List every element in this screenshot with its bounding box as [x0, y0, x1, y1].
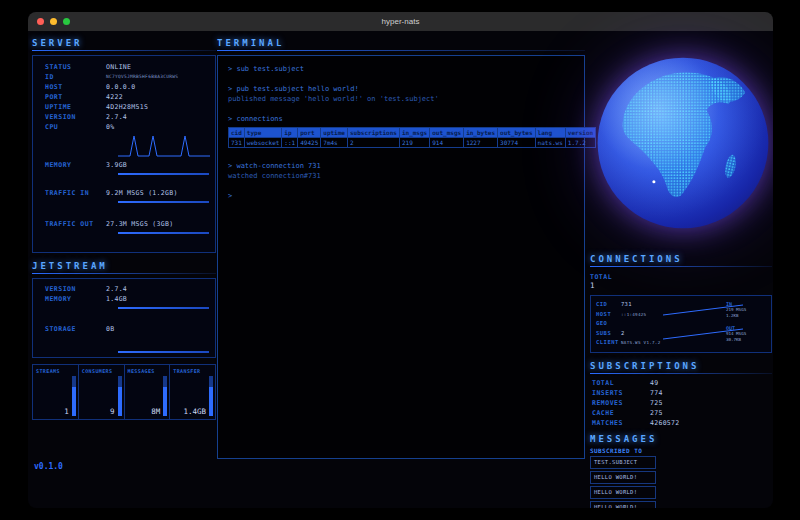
status-value: ONLINE: [106, 62, 131, 72]
subs-total-label: TOTAL: [590, 378, 650, 388]
messages-label: MESSAGES: [125, 365, 170, 374]
messages-gauge: [163, 376, 167, 416]
js-memory-label: MEMORY: [33, 294, 106, 304]
terminal-line: > sub test.subject: [228, 64, 574, 74]
client-label: CLIENT: [591, 338, 621, 348]
js-version-row: VERSION 2.7.4: [33, 284, 215, 294]
cell-in-bytes: 1227: [464, 138, 498, 148]
traffic-in-label: TRAFFIC IN: [33, 188, 106, 198]
traffic-in-row: TRAFFIC IN 9.2M MSGS (1.2GB): [33, 188, 215, 198]
subs-value: 2: [621, 329, 625, 339]
js-version-value: 2.7.4: [106, 284, 127, 294]
subs-label: SUBS: [591, 329, 621, 339]
col-port: port: [298, 128, 321, 138]
col-in-bytes: in_bytes: [464, 128, 498, 138]
server-cpu-row: CPU 0%: [33, 122, 215, 132]
terminal-prompt[interactable]: >: [228, 191, 574, 201]
js-version-label: VERSION: [33, 284, 106, 294]
cell-type: websocket: [244, 138, 282, 148]
cell-out-msgs: 914: [430, 138, 464, 148]
globe-icon: [586, 46, 773, 240]
port-label: PORT: [33, 92, 106, 102]
streams-value: 1: [64, 407, 69, 416]
server-id-row: ID NC7YQV5JMRB5HF6B8A3CURWS: [33, 72, 215, 82]
table-row: 731 websocket ::1 49425 7m4s 2 219 914 1…: [229, 138, 596, 148]
messages-value: 8M: [151, 407, 160, 416]
transfer-value: 1.4GB: [183, 407, 206, 416]
memory-value: 3.9GB: [106, 160, 127, 170]
connection-marker: [652, 180, 655, 183]
cell-in-msgs: 219: [399, 138, 429, 148]
server-memory-row: MEMORY 3.9GB: [33, 160, 215, 170]
version-value: 2.7.4: [106, 112, 127, 122]
terminal-console[interactable]: > sub test.subject > pub test.subject he…: [217, 55, 585, 459]
subs-matches-row: MATCHES 4260572: [590, 418, 772, 428]
js-storage-bar: [118, 351, 209, 353]
jetstream-stats-panel: STREAMS 1 CONSUMERS 9 MESSAGES 8M TRANSF…: [32, 364, 216, 420]
cell-ip: ::1: [282, 138, 298, 148]
terminal-line: > pub test.subject hello world!: [228, 84, 574, 94]
subs-total-value: 49: [650, 378, 658, 388]
right-sidebar: CONNECTIONS TOTAL 1 CID 731 HOST ::1:494…: [590, 254, 772, 508]
removes-label: REMOVES: [590, 398, 650, 408]
col-lang: lang: [535, 128, 565, 138]
cid-label: CID: [591, 300, 621, 310]
card-host-value: ::1:49425: [621, 310, 646, 320]
js-memory-row: MEMORY 1.4GB: [33, 294, 215, 304]
geo-label: GEO: [591, 319, 621, 329]
client-value: NATS.WS V1.7.2: [621, 338, 661, 348]
cell-uptime: 7m4s: [321, 138, 348, 148]
cache-value: 275: [650, 408, 663, 418]
col-type: type: [244, 128, 282, 138]
in-stats: IN 219 MSGS 1.2KB: [726, 301, 768, 318]
col-ip: ip: [282, 128, 298, 138]
consumers-gauge: [118, 376, 122, 416]
host-label: HOST: [33, 82, 106, 92]
js-memory-value: 1.4GB: [106, 294, 127, 304]
cpu-label: CPU: [33, 122, 106, 132]
stat-consumers: CONSUMERS 9: [78, 365, 124, 419]
titlebar: hyper-nats: [28, 12, 773, 31]
traffic-out-label: TRAFFIC OUT: [33, 219, 106, 229]
col-out-bytes: out_bytes: [498, 128, 536, 138]
matches-value: 4260572: [650, 418, 680, 428]
cell-lang: nats.ws: [535, 138, 565, 148]
id-label: ID: [33, 72, 106, 82]
cell-subscriptions: 2: [347, 138, 399, 148]
server-status-row: STATUS ONLINE: [33, 62, 215, 72]
stat-transfer: TRANSFER 1.4GB: [169, 365, 215, 419]
col-uptime: uptime: [321, 128, 348, 138]
connections-table: cid type ip port uptime subscriptions in…: [228, 127, 596, 148]
subscribed-to-label: SUBSCRIBED TO: [590, 447, 772, 454]
terminal-line: published message 'hello world!' on 'tes…: [228, 94, 574, 104]
cell-cid: 731: [229, 138, 245, 148]
streams-gauge: [72, 376, 76, 416]
removes-value: 725: [650, 398, 663, 408]
cell-port: 49425: [298, 138, 321, 148]
jetstream-divider: [32, 273, 216, 274]
subs-inserts-row: INSERTS 774: [590, 388, 772, 398]
traffic-out-row: TRAFFIC OUT 27.3M MSGS (3GB): [33, 219, 215, 229]
server-version-row: VERSION 2.7.4: [33, 112, 215, 122]
memory-label: MEMORY: [33, 160, 106, 170]
globe-visualization: [586, 46, 773, 240]
traffic-out-value: 27.3M MSGS (3GB): [106, 219, 173, 229]
server-host-row: HOST 0.0.0.0: [33, 82, 215, 92]
uptime-label: UPTIME: [33, 102, 106, 112]
message-item: HELLO WORLD!: [590, 501, 656, 508]
inserts-value: 774: [650, 388, 663, 398]
subs-removes-row: REMOVES 725: [590, 398, 772, 408]
stat-messages: MESSAGES 8M: [124, 365, 170, 419]
traffic-out-bar: [118, 232, 209, 234]
server-uptime-row: UPTIME 4D2H28M51S: [33, 102, 215, 112]
out-bytes: 30.7KB: [726, 337, 768, 343]
matches-label: MATCHES: [590, 418, 650, 428]
js-storage-label: STORAGE: [33, 324, 106, 334]
subs-cache-row: CACHE 275: [590, 408, 772, 418]
connections-table-header: cid type ip port uptime subscriptions in…: [229, 128, 596, 138]
col-in-msgs: in_msgs: [399, 128, 429, 138]
connections-section-title: CONNECTIONS: [590, 254, 772, 264]
col-cid: cid: [229, 128, 245, 138]
in-bytes: 1.2KB: [726, 313, 768, 319]
subscriptions-stats: TOTAL 49 INSERTS 774 REMOVES 725 CACHE 2…: [590, 378, 772, 428]
